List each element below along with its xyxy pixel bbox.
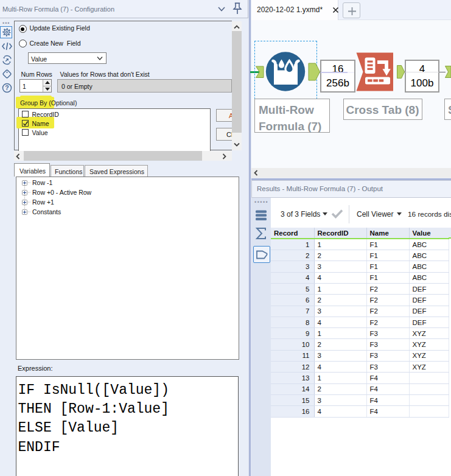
svg-text:?: ? (5, 84, 9, 91)
